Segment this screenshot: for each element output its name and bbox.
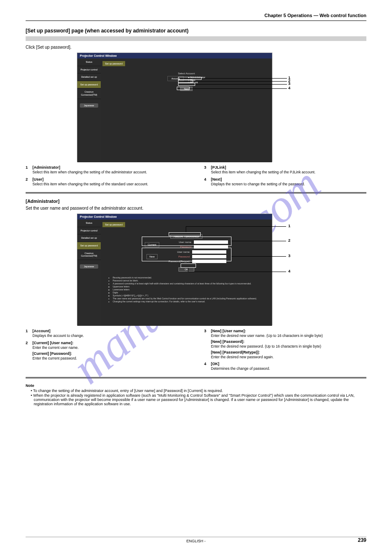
callout2-3-num: 3 bbox=[288, 254, 290, 258]
page-content: Chapter 5 Operations — Web control funct… bbox=[0, 0, 392, 432]
section2-body: Set the user name and password of the ad… bbox=[26, 205, 366, 211]
fig1-titlebar: Projector Control Window bbox=[77, 53, 272, 59]
side2-setup-password[interactable]: Set up password bbox=[77, 242, 101, 250]
page-number: 239 bbox=[358, 537, 366, 543]
note-item-1: • To change the setting of the administr… bbox=[31, 389, 366, 393]
side-detailed-setup[interactable]: Detailed set up bbox=[77, 73, 101, 81]
side-status[interactable]: Status bbox=[77, 59, 101, 66]
tab-setup-password[interactable]: Set up password bbox=[102, 61, 125, 66]
fig2-descriptions: 1[Account]Displays the account to change… bbox=[26, 329, 366, 374]
note-heading: Note bbox=[26, 383, 366, 388]
section2-title: [Administrator] bbox=[26, 199, 366, 204]
side2-crestron[interactable]: Crestron Connected(TM) bbox=[77, 250, 101, 260]
callout2-2-num: 2 bbox=[288, 238, 290, 243]
fig1-main: Set up password Select Account Account ●… bbox=[101, 59, 272, 162]
side2-detailed-setup[interactable]: Detailed set up bbox=[77, 234, 101, 242]
figure-1-wrap: Projector Control Window Status Projecto… bbox=[77, 53, 333, 162]
figure-2-wrap: Projector Control Window Status Projecto… bbox=[77, 214, 333, 325]
side-projector-control[interactable]: Projector control bbox=[77, 66, 101, 74]
ok-button[interactable]: OK bbox=[178, 267, 195, 272]
fig2-sidebar: Status Projector control Detailed set up… bbox=[77, 219, 101, 326]
double-rule-2 bbox=[26, 377, 366, 378]
double-rule-1 bbox=[26, 192, 366, 193]
side2-projector-control[interactable]: Projector control bbox=[77, 227, 101, 235]
callout2-4-num: 4 bbox=[288, 269, 290, 273]
fig2-titlebar: Projector Control Window bbox=[77, 214, 272, 219]
language-button-2[interactable]: Japanese bbox=[80, 264, 98, 269]
fig2-notes: Reusing passwords is not recommended. Pa… bbox=[101, 273, 272, 306]
chapter-heading: Chapter 5 Operations — Web control funct… bbox=[26, 13, 366, 18]
section1-body: Click [Set up password]. bbox=[26, 44, 366, 50]
note-block: Note • To change the setting of the admi… bbox=[26, 383, 366, 406]
side-crestron[interactable]: Crestron Connected(TM) bbox=[77, 88, 101, 99]
side2-status[interactable]: Status bbox=[77, 219, 101, 227]
footer-text: ENGLISH - bbox=[186, 539, 205, 543]
callout2-1-num: 1 bbox=[288, 224, 290, 228]
language-button[interactable]: Japanese bbox=[80, 103, 98, 108]
side-setup-password[interactable]: Set up password bbox=[77, 81, 101, 89]
fig1-title: Projector Control Window bbox=[80, 54, 117, 57]
chapter-rule bbox=[26, 20, 366, 21]
fig1-sidebar: Status Projector control Detailed set up… bbox=[77, 59, 101, 162]
note-item-2: • When the projector is already register… bbox=[31, 393, 366, 406]
figure-2: Projector Control Window Status Projecto… bbox=[77, 214, 272, 325]
select-account-label: Select Account bbox=[101, 72, 272, 75]
fig1-descriptions: 1[Administrator]Select this item when ch… bbox=[26, 165, 366, 189]
tab2-setup-password[interactable]: Set up password bbox=[102, 222, 125, 227]
gray-bar-1 bbox=[26, 36, 366, 41]
section1-title: [Set up password] page (when accessed by… bbox=[26, 28, 366, 34]
figure-1: Projector Control Window Status Projecto… bbox=[77, 53, 272, 162]
fig2-title: Projector Control Window bbox=[80, 215, 117, 218]
callout-4-num: 4 bbox=[288, 86, 290, 90]
page-footer: ENGLISH - 239 bbox=[0, 537, 392, 543]
callout-3-num: 3 bbox=[288, 82, 290, 86]
